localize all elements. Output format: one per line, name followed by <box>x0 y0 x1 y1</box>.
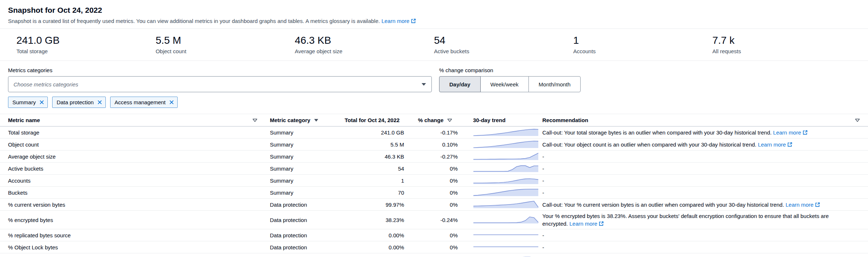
trend-sparkline <box>473 200 539 209</box>
table-body: Total storage Summary 241.0 GB -0.17% Ca… <box>0 126 868 257</box>
metric-total: 241.0 GB <box>342 129 406 136</box>
recommendation-cell: - <box>542 231 860 239</box>
metric-total: 1 <box>342 177 406 184</box>
column-header-change[interactable]: % change <box>406 117 458 123</box>
comparison-segment[interactable]: Month/month <box>528 76 581 92</box>
column-header-total[interactable]: Total for Oct 24, 2022 <box>342 117 406 123</box>
external-link-icon <box>815 202 820 207</box>
learn-more-link[interactable]: Learn more <box>381 18 410 24</box>
external-link-icon <box>411 19 416 23</box>
trend-sparkline-cell <box>458 243 542 252</box>
metric-name: Accounts <box>8 177 267 184</box>
stat-value: 241.0 GB <box>16 34 156 46</box>
metric-category: Summary <box>267 153 342 160</box>
caret-down-icon <box>421 83 426 86</box>
external-link-icon <box>787 142 792 147</box>
token-dismiss-button[interactable] <box>39 100 44 105</box>
close-icon <box>39 100 44 105</box>
page-description: Snapshot is a curated list of frequently… <box>8 18 860 24</box>
metric-category: Summary <box>267 129 342 136</box>
stat-all-requests: 7.7 k All requests <box>712 34 852 54</box>
stat-label: Active buckets <box>434 48 573 54</box>
token-summary: Summary <box>8 97 48 108</box>
metric-name: Buckets <box>8 189 267 196</box>
column-header-metric-category[interactable]: Metric category <box>267 117 342 123</box>
metrics-categories-input[interactable] <box>13 81 421 87</box>
learn-more-link[interactable]: Learn more <box>758 141 786 148</box>
metric-change: 0% <box>406 244 458 251</box>
metric-total: 12.86% <box>342 256 406 257</box>
stat-label: Object count <box>156 48 295 54</box>
change-comparison-label: % change comparison <box>439 67 581 73</box>
metric-total: 70 <box>342 189 406 196</box>
trend-sparkline-cell <box>458 152 542 161</box>
table-row: Active buckets Summary 54 0% - <box>0 163 868 175</box>
trend-sparkline-cell <box>458 140 542 149</box>
stat-accounts: 1 Accounts <box>573 34 713 54</box>
table-row: % Object Ownership bucket owner enforced… <box>0 253 868 257</box>
external-link-icon <box>599 221 604 226</box>
stat-label: Accounts <box>573 48 713 54</box>
recommendation-cell: Your % encrypted bytes is 38.23%. Assess… <box>542 212 860 227</box>
recommendation-cell: Call-out: Your total storage bytes is an… <box>542 129 860 136</box>
metric-change: -0.24% <box>406 216 458 224</box>
trend-sparkline-cell <box>458 255 542 257</box>
page-header: Snapshot for Oct 24, 2022 Snapshot is a … <box>0 0 868 28</box>
table-row: % replicated bytes source Data protectio… <box>0 229 868 241</box>
stat-value: 7.7 k <box>712 34 852 46</box>
recommendation-cell: - <box>542 177 860 184</box>
sort-icon <box>252 118 257 122</box>
learn-more-link[interactable]: Learn more <box>773 129 801 136</box>
metric-change: -0.17% <box>406 129 458 136</box>
caret-down-filled-icon <box>314 119 318 122</box>
metric-category: Data protection <box>267 201 342 209</box>
token-dismiss-button[interactable] <box>169 100 174 105</box>
trend-sparkline <box>473 215 539 224</box>
stat-label: All requests <box>712 48 852 54</box>
metric-category: Summary <box>267 141 342 148</box>
metric-category: Data protection <box>267 244 342 251</box>
trend-sparkline <box>473 231 539 240</box>
trend-sparkline-cell <box>458 164 542 173</box>
metrics-categories-select[interactable] <box>8 76 432 92</box>
token-dismiss-button[interactable] <box>97 100 102 105</box>
table-row: Total storage Summary 241.0 GB -0.17% Ca… <box>0 126 868 139</box>
token-data-protection: Data protection <box>52 97 106 108</box>
table-row: % encrypted bytes Data protection 38.23%… <box>0 211 868 229</box>
metrics-categories-label: Metrics categories <box>8 67 432 73</box>
trend-sparkline <box>473 243 539 252</box>
table-row: % Object Lock bytes Data protection 0.00… <box>0 241 868 253</box>
metric-change: 0% <box>406 177 458 184</box>
stat-average-object-size: 46.3 KB Average object size <box>295 34 434 54</box>
stat-value: 1 <box>573 34 713 46</box>
metric-name: % replicated bytes source <box>8 231 267 239</box>
metric-change: 0% <box>406 256 458 257</box>
recommendation-cell: - <box>542 153 860 160</box>
comparison-segment[interactable]: Day/day <box>439 76 481 92</box>
learn-more-link[interactable]: Learn more <box>569 221 597 227</box>
recommendation-cell: - <box>542 256 860 257</box>
metric-name: Average object size <box>8 153 267 160</box>
trend-sparkline <box>473 164 539 173</box>
comparison-segmented-control: Day/day Week/week Month/month <box>439 76 581 92</box>
trend-sparkline <box>473 176 539 185</box>
trend-sparkline-cell <box>458 231 542 240</box>
stat-total-storage: 241.0 GB Total storage <box>16 34 156 54</box>
trend-sparkline-cell <box>458 200 542 209</box>
metric-total: 54 <box>342 165 406 172</box>
metric-change: 0% <box>406 231 458 239</box>
trend-sparkline <box>473 140 539 149</box>
recommendation-cell: Call-out: Your object count is an outlie… <box>542 141 860 148</box>
learn-more-link[interactable]: Learn more <box>786 202 814 208</box>
trend-sparkline <box>473 128 539 137</box>
change-comparison-field: % change comparison Day/day Week/week Mo… <box>439 67 581 92</box>
column-header-metric-name[interactable]: Metric name <box>8 117 267 123</box>
metric-total: 38.23% <box>342 216 406 224</box>
column-header-recommendation[interactable]: Recommendation <box>542 117 860 123</box>
page-description-text: Snapshot is a curated list of frequently… <box>8 18 380 24</box>
close-icon <box>97 100 102 105</box>
table-row: Object count Summary 5.5 M 0.10% Call-ou… <box>0 139 868 151</box>
sort-icon <box>447 118 452 122</box>
comparison-segment[interactable]: Week/week <box>480 76 529 92</box>
metric-category: Data protection <box>267 231 342 239</box>
